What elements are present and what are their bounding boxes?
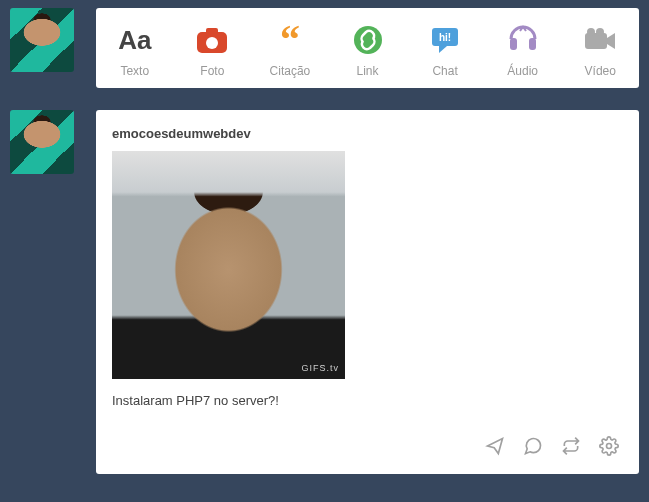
svg-rect-8 [585,33,607,49]
send-icon[interactable] [485,436,505,456]
reply-icon[interactable] [523,436,543,456]
audio-icon [484,22,562,58]
post-caption: Instalaram PHP7 no server?! [112,393,623,408]
svg-point-11 [607,444,612,449]
svg-point-9 [587,28,595,36]
text-icon: Aa [96,22,174,58]
composer-label: Citação [251,64,329,78]
composer-label: Foto [174,64,252,78]
svg-point-2 [206,37,218,49]
composer-label: Áudio [484,64,562,78]
quote-icon: “ [251,22,329,58]
svg-text:hi!: hi! [439,32,451,43]
composer-item-audio[interactable]: Áudio [484,22,562,78]
avatar[interactable] [10,8,74,72]
gif-watermark: GIFS.tv [301,363,339,373]
composer-item-texto[interactable]: Aa Texto [96,22,174,78]
composer-item-citacao[interactable]: “ Citação [251,22,329,78]
svg-rect-1 [206,28,218,34]
svg-rect-6 [510,38,517,50]
avatar[interactable] [10,110,74,174]
post-card: emocoesdeumwebdev GIFS.tv Instalaram PHP… [96,110,639,474]
link-icon [329,22,407,58]
composer-item-video[interactable]: Vídeo [561,22,639,78]
composer-item-foto[interactable]: Foto [174,22,252,78]
camera-icon [174,22,252,58]
post-username[interactable]: emocoesdeumwebdev [112,126,623,141]
composer-item-chat[interactable]: hi! Chat [406,22,484,78]
svg-point-10 [596,28,604,36]
post-image[interactable]: GIFS.tv [112,151,345,379]
composer-label: Vídeo [561,64,639,78]
gear-icon[interactable] [599,436,619,456]
video-icon [561,22,639,58]
composer: Aa Texto Foto “ Citação Link hi! Chat Áu… [96,8,639,88]
composer-label: Link [329,64,407,78]
composer-label: Chat [406,64,484,78]
composer-item-link[interactable]: Link [329,22,407,78]
chat-icon: hi! [406,22,484,58]
composer-label: Texto [96,64,174,78]
post-actions [112,436,623,458]
reblog-icon[interactable] [561,436,581,456]
svg-rect-7 [529,38,536,50]
